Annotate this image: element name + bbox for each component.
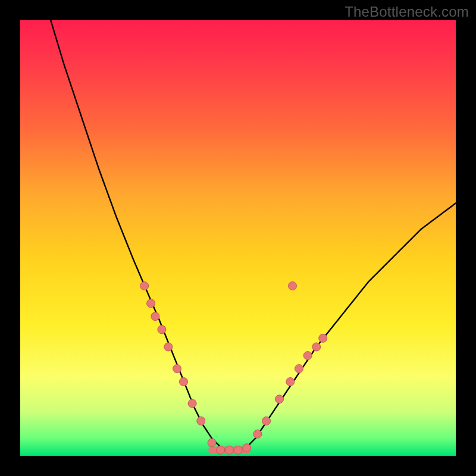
watermark-text: TheBottleneck.com bbox=[345, 4, 469, 20]
data-point bbox=[303, 352, 312, 360]
data-point bbox=[289, 282, 297, 290]
data-point bbox=[243, 444, 251, 452]
data-point bbox=[295, 365, 303, 373]
data-point bbox=[158, 325, 166, 334]
data-point bbox=[151, 312, 159, 321]
data-point bbox=[180, 378, 188, 386]
data-point bbox=[140, 282, 149, 290]
data-point bbox=[217, 446, 225, 454]
chart-frame: TheBottleneck.com bbox=[0, 0, 476, 476]
data-point bbox=[225, 446, 233, 454]
data-point bbox=[147, 299, 155, 308]
data-point bbox=[164, 343, 173, 351]
data-point bbox=[208, 439, 216, 447]
data-point bbox=[197, 416, 205, 425]
data-point bbox=[275, 395, 284, 403]
data-point bbox=[188, 399, 196, 408]
data-point bbox=[319, 334, 327, 342]
data-point bbox=[286, 378, 295, 386]
plot-area bbox=[20, 20, 456, 456]
gradient-bg bbox=[20, 20, 456, 456]
data-point bbox=[312, 343, 321, 351]
chart-svg bbox=[20, 20, 456, 456]
data-point bbox=[262, 416, 271, 425]
data-point bbox=[234, 446, 242, 454]
data-point bbox=[253, 430, 262, 438]
data-point bbox=[173, 365, 181, 373]
